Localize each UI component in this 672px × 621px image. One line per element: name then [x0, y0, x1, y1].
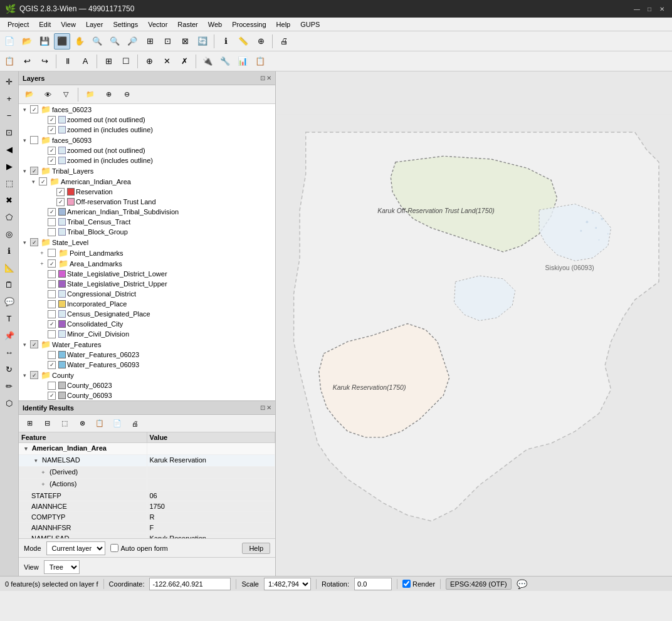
- expand-icon[interactable]: ▾: [20, 340, 29, 349]
- select-tool-button[interactable]: ⬛: [54, 33, 70, 50]
- layer-cdp[interactable]: Census_Designated_Place: [36, 309, 275, 319]
- layer-point-landmarks[interactable]: + 📁 Point_Landmarks: [36, 248, 275, 258]
- checkbox-county[interactable]: [30, 371, 38, 379]
- checkbox[interactable]: [56, 198, 65, 206]
- layer-county[interactable]: ▾ 📁 County: [19, 370, 275, 380]
- layer-consolidated-city[interactable]: Consolidated_City: [36, 319, 275, 329]
- checkbox[interactable]: [48, 116, 56, 124]
- add-group-button[interactable]: 📁: [82, 86, 98, 103]
- identify-tool-button[interactable]: 🔍: [89, 33, 105, 50]
- print-results-button[interactable]: 🖨: [127, 415, 143, 432]
- help-button[interactable]: Help: [242, 543, 270, 554]
- maximize-button[interactable]: □: [644, 4, 654, 14]
- expand-icon[interactable]: ▾: [20, 371, 29, 380]
- new-project-button[interactable]: 📄: [1, 33, 18, 50]
- expand-icon[interactable]: +: [39, 480, 48, 489]
- checkbox[interactable]: [48, 208, 56, 216]
- layer-faces06023-out[interactable]: zoomed out (not outlined): [36, 115, 275, 125]
- zoom-extent-button[interactable]: ⊡: [2, 125, 17, 140]
- identify-row-namelsad2[interactable]: NAMELSAD Karuk Reservation: [19, 533, 275, 538]
- expand-icon[interactable]: ▾: [21, 444, 30, 453]
- expand-icon[interactable]: ▾: [29, 177, 38, 186]
- select-by-rect-button[interactable]: ☐: [118, 53, 134, 70]
- menu-web[interactable]: Web: [203, 19, 227, 29]
- add-layer-button[interactable]: ⊕: [100, 86, 117, 103]
- checkbox-aia[interactable]: [39, 177, 47, 185]
- menu-edit[interactable]: Edit: [34, 19, 56, 29]
- measure-line-button[interactable]: 📐: [2, 260, 17, 275]
- collapse-tree-button[interactable]: ⊟: [39, 415, 55, 432]
- new-layer-button[interactable]: 📋: [1, 53, 18, 70]
- layer-faces06093[interactable]: ▾ 📁 faces_06093: [19, 135, 275, 145]
- zoom-full-button[interactable]: ⊞: [142, 33, 158, 50]
- checkbox-faces06023[interactable]: [30, 105, 38, 113]
- zoom-in-button[interactable]: 🔍: [107, 33, 123, 50]
- add-feature-button[interactable]: ⊕: [141, 53, 157, 70]
- checkbox[interactable]: [48, 290, 56, 298]
- measure2-button[interactable]: ⊕: [253, 33, 269, 50]
- layer-reservation[interactable]: Reservation: [45, 187, 275, 197]
- layer-incorporated[interactable]: Incorporated_Place: [36, 299, 275, 309]
- redo-button[interactable]: ↪: [36, 53, 53, 70]
- toggle-visibility-button[interactable]: 👁: [39, 86, 56, 103]
- checkbox[interactable]: [56, 188, 65, 196]
- layer-sld-lower[interactable]: State_Legislative_District_Lower: [36, 269, 275, 279]
- layer-off-reservation[interactable]: Off-reservation Trust Land: [45, 197, 275, 207]
- select-feature-button[interactable]: ⬚: [56, 415, 73, 432]
- checkbox[interactable]: [48, 157, 56, 165]
- expand-icon[interactable]: ▾: [20, 136, 29, 145]
- expand-icon[interactable]: ▾: [20, 238, 29, 247]
- pan-tool-button[interactable]: ✋: [71, 33, 88, 50]
- identify-row-aiannhfsr[interactable]: AIANNHFSR F: [19, 523, 275, 533]
- checkbox-tribal[interactable]: [30, 167, 38, 175]
- layer-congressional[interactable]: Congressional_District: [36, 289, 275, 299]
- move-label-button[interactable]: ↔: [2, 345, 17, 360]
- identify-row-statefp[interactable]: STATEFP 06: [19, 491, 275, 501]
- message-icon[interactable]: 💬: [517, 579, 527, 589]
- checkbox[interactable]: [48, 330, 56, 338]
- zoom-out-side-button[interactable]: −: [2, 108, 17, 123]
- digitize-button[interactable]: Ⅱ: [60, 53, 76, 70]
- layer-tribal[interactable]: ▾ 📁 Tribal_Layers: [19, 165, 275, 176]
- checkbox[interactable]: [48, 382, 56, 390]
- move-feature-button[interactable]: ✕: [159, 53, 175, 70]
- layer-faces06023[interactable]: ▾ 📁 faces_06023: [19, 104, 275, 115]
- measure-button[interactable]: 📏: [235, 33, 251, 50]
- clear-results-button[interactable]: ⊗: [74, 415, 90, 432]
- zoom-selection-button[interactable]: ⊠: [177, 33, 193, 50]
- identify-row-comptyp[interactable]: COMPTYP R: [19, 512, 275, 523]
- layer-sld-upper[interactable]: State_Legislative_District_Upper: [36, 279, 275, 289]
- show-form-button[interactable]: 📋: [92, 415, 108, 432]
- feature-form-button[interactable]: 🗒: [2, 277, 17, 292]
- zoom-in-side-button[interactable]: +: [2, 91, 17, 106]
- checkbox[interactable]: [48, 300, 56, 308]
- menu-layer[interactable]: Layer: [81, 19, 108, 29]
- layer-water06093[interactable]: Water_Features_06093: [36, 360, 275, 370]
- select-polygon-button[interactable]: ⬠: [2, 209, 17, 224]
- layer-state[interactable]: ▾ 📁 State_Level: [19, 237, 275, 248]
- pin-button[interactable]: 📌: [2, 328, 17, 343]
- print-button[interactable]: 🖨: [276, 33, 292, 50]
- deselect-button[interactable]: ✖: [2, 192, 17, 207]
- checkbox[interactable]: [48, 270, 56, 278]
- select-features-button[interactable]: ⬚: [2, 175, 17, 190]
- layer-mcd[interactable]: Minor_Civil_Division: [36, 329, 275, 339]
- layer-tct[interactable]: Tribal_Census_Tract: [36, 217, 275, 227]
- checkbox-state[interactable]: [30, 238, 38, 246]
- layer-aits[interactable]: American_Indian_Tribal_Subdivision: [36, 207, 275, 217]
- checkbox[interactable]: [48, 280, 56, 288]
- expand-icon[interactable]: ▾: [20, 105, 29, 114]
- expand-icon[interactable]: ▾: [31, 456, 40, 465]
- checkbox[interactable]: [48, 392, 56, 400]
- checkbox[interactable]: [48, 361, 56, 369]
- auto-open-checkbox[interactable]: [110, 544, 118, 552]
- label-tool-button[interactable]: A: [77, 53, 93, 70]
- menu-gups[interactable]: GUPS: [295, 19, 325, 29]
- plugin-button1[interactable]: 🔌: [199, 53, 216, 70]
- zoom-out-button[interactable]: 🔎: [124, 33, 140, 50]
- change-label-button[interactable]: ✏: [2, 378, 17, 394]
- layer-faces06023-in[interactable]: zoomed in (includes outline): [36, 125, 275, 135]
- checkbox-faces06093[interactable]: [30, 136, 38, 144]
- label-button[interactable]: T: [2, 311, 17, 326]
- layer-water[interactable]: ▾ 📁 Water_Features: [19, 339, 275, 350]
